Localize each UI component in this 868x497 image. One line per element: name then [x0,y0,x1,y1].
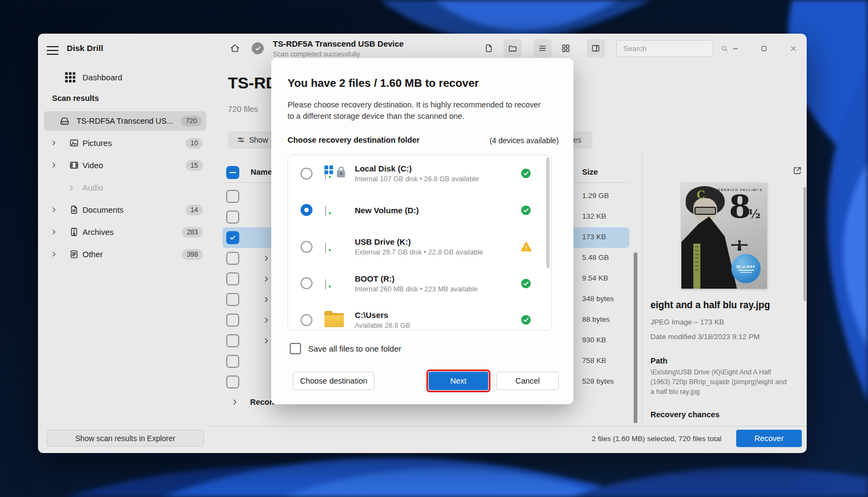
row-checkbox[interactable] [226,355,239,368]
scan-results-section-label: Scan results [52,94,99,103]
poster-c-mark: C [697,188,705,201]
sidebar-item-scanned-device[interactable]: TS-RDF5A Transcend US... 720 [44,111,206,131]
sidebar-item-documents[interactable]: Documents 14 [38,199,212,221]
show-filter-button[interactable]: Show [228,131,277,149]
app-window: Disk Drill Dashboard Scan results TS-RDF… [38,34,807,453]
sidebar-item-pictures[interactable]: Pictures 10 [38,132,212,154]
scan-complete-icon [252,42,264,54]
indeterminate-dash [229,172,236,174]
sidebar-item-dashboard[interactable]: Dashboard [38,68,212,86]
sidebar-item-other[interactable]: Other 398 [38,243,212,265]
column-header-size[interactable]: Size [582,168,598,176]
row-checkbox-checked[interactable] [226,231,239,244]
pictures-icon [69,138,79,148]
row-checkbox[interactable] [226,293,239,306]
radio-unselected[interactable] [301,241,312,253]
save-all-checkbox[interactable] [290,343,301,354]
status-ok-icon [520,314,532,326]
minimize-button[interactable] [727,40,743,56]
sidebar-item-audio[interactable]: ♪ Audio [38,176,212,199]
row-checkbox[interactable] [226,334,239,347]
menu-icon[interactable] [47,43,59,53]
sidebar-item-video[interactable]: Video 15 [38,154,212,176]
sidebar-category-list: Pictures 10 Video 15 ♪ Audio Documents 1… [38,132,212,265]
device-list-scrollbar[interactable] [546,157,550,268]
expand-chevron-icon[interactable] [263,337,270,344]
row-checkbox[interactable] [226,314,239,327]
app-title: Disk Drill [67,43,103,53]
folder-view-button[interactable] [503,39,522,58]
dialog-description: Please choose recovery destination. It i… [288,99,545,122]
destination-option-c-users[interactable]: C:\Users Available 26.8 GB [288,302,551,330]
file-size: 173 KB [582,233,606,241]
count-badge: 15 [186,160,203,171]
chevron-right-icon[interactable] [51,140,58,146]
row-checkbox[interactable] [226,375,239,388]
radio-unselected[interactable] [301,277,312,289]
search-input[interactable] [622,44,720,53]
list-view-button[interactable] [533,39,552,58]
home-button[interactable] [226,39,244,58]
destination-option-usb-drive-k[interactable]: USB Drive (K:) External 29.7 GB disk • 2… [288,228,551,265]
chevron-right-icon[interactable] [51,162,58,168]
table-scrollbar[interactable] [634,252,637,423]
sidebar: Disk Drill Dashboard Scan results TS-RDF… [38,34,212,453]
file-size: 132 KB [582,212,606,220]
dialog-title: You have 2 files / 1.60 MB to recover [288,77,479,90]
column-header-name[interactable]: Name [251,168,272,176]
preview-panel-toggle[interactable] [586,39,605,58]
close-button[interactable] [785,40,801,56]
disk-drive-icon [324,275,345,291]
expand-chevron-icon[interactable] [232,399,238,405]
chevron-right-icon[interactable] [51,251,58,257]
folder-icon [324,312,345,328]
file-size: 1.29 GB [582,192,609,200]
preview-panel-scrollbar[interactable] [803,187,806,301]
radio-unselected[interactable] [301,168,312,180]
device-name: Local Disk (C:) [355,164,520,173]
expand-chevron-icon[interactable] [263,276,270,282]
radio-unselected[interactable] [301,314,312,326]
sidebar-item-archives[interactable]: Archives 283 [38,221,212,243]
status-ok-icon [520,205,532,216]
show-in-explorer-button[interactable]: Show scan results in Explorer [47,430,204,447]
save-all-checkbox-row[interactable]: Save all files to one folder [290,343,401,354]
grid-view-button[interactable] [557,39,575,58]
destination-option-boot-r[interactable]: BOOT (R:) Internal 260 MB disk • 223 MB … [288,265,551,302]
row-checkbox[interactable] [226,272,239,285]
blu-ray-badge: BLU-RAY [731,254,761,283]
row-checkbox[interactable] [226,211,239,224]
radio-selected[interactable] [301,204,312,216]
status-ok-icon [520,168,532,179]
row-checkbox[interactable] [226,190,239,203]
select-all-checkbox[interactable] [226,166,239,179]
file-size: 5.48 GB [582,253,609,262]
maximize-button[interactable] [756,40,772,56]
next-button-highlight-annotation: Next [426,369,490,392]
file-path: \Existing\USB Drive (K)\Eight And A Half… [650,367,787,397]
file-size: 758 KB [582,356,606,365]
status-warning-icon [520,241,532,252]
open-preview-external-button[interactable] [792,165,802,176]
file-preview-image[interactable]: C FEDERICO FELLINI'S 8 ½ BLU-RAY [681,183,767,289]
recover-button[interactable]: Recover [736,430,802,447]
row-checkbox[interactable] [226,252,239,265]
device-name: New Volume (D:) [355,206,520,215]
destination-option-local-disk-c[interactable]: Local Disk (C:) Internal 107 GB disk • 2… [288,155,551,192]
choose-destination-button[interactable]: Choose destination [293,372,374,390]
file-view-button[interactable] [480,39,498,58]
expand-chevron-icon[interactable] [263,255,270,262]
next-button[interactable]: Next [429,372,488,390]
expand-chevron-icon[interactable] [263,296,270,303]
poster-spine-stripe [693,244,700,289]
poster-figure-suit [681,216,738,289]
expand-chevron-icon[interactable] [263,317,270,323]
file-size: 930 KB [582,336,606,344]
destination-option-new-volume-d[interactable]: New Volume (D:) [288,192,551,229]
chevron-right-icon[interactable] [51,229,58,235]
path-label: Path [650,356,667,365]
chevron-right-icon[interactable] [51,207,58,213]
device-label: TS-RDF5A Transcend US... [76,117,181,125]
document-icon [69,205,79,215]
cancel-button[interactable]: Cancel [496,372,559,390]
